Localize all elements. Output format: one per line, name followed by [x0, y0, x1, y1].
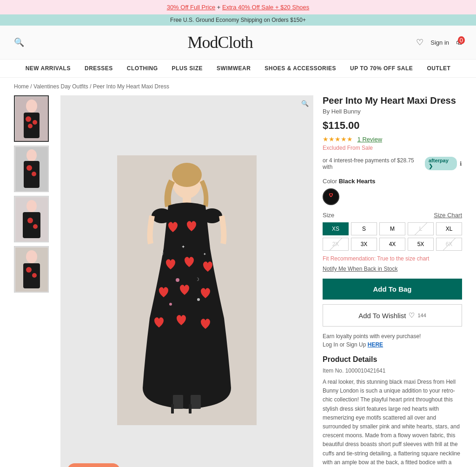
logo[interactable]: ModCloth	[188, 33, 253, 52]
size-btn-l[interactable]: L	[408, 222, 434, 235]
product-price: $115.00	[323, 120, 462, 132]
nav-item-swimwear[interactable]: SWIMWEAR	[217, 65, 251, 72]
svg-rect-37	[189, 404, 192, 414]
afterpay-badge[interactable]: afterpay ❯	[425, 157, 457, 170]
wishlist-count: 144	[417, 313, 426, 318]
thumbnail-4[interactable]	[14, 246, 49, 293]
sign-in-link[interactable]: Sign in	[430, 39, 449, 46]
svg-point-27	[176, 278, 179, 282]
color-name: Black Hearts	[339, 178, 376, 185]
header-right: ♡ Sign in 🛍 0	[416, 37, 462, 47]
product-title: Peer Into My Heart Maxi Dress	[323, 95, 462, 106]
nav-item-sale[interactable]: UP TO 70% OFF SALE	[350, 65, 413, 72]
size-header: Size Size Chart	[323, 212, 462, 219]
color-label: Color Black Hearts	[323, 178, 462, 185]
product-info: Peer Into My Heart Maxi Dress By Hell Bu…	[323, 95, 462, 467]
product-container: 🔍	[0, 95, 476, 467]
svg-point-3	[26, 116, 31, 122]
size-btn-xl[interactable]: XL	[436, 222, 462, 235]
svg-point-23	[172, 163, 202, 187]
svg-point-14	[27, 218, 33, 223]
add-to-bag-button[interactable]: Add To Bag	[323, 279, 462, 300]
svg-point-20	[32, 273, 37, 278]
item-number: Item No. 1000010421641	[323, 367, 462, 374]
main-nav: NEW ARRIVALSDRESSESCLOTHINGPLUS SIZESWIM…	[0, 60, 476, 78]
svg-text:☽: ☽	[195, 277, 199, 282]
size-chart-link[interactable]: Size Chart	[434, 212, 462, 219]
svg-point-1	[26, 100, 37, 113]
svg-rect-35	[191, 395, 201, 409]
header: 🔍 ModCloth ♡ Sign in 🛍 0	[0, 26, 476, 60]
nav-item-outlet[interactable]: OUTLET	[427, 65, 450, 72]
breadcrumb-current: Peer Into My Heart Maxi Dress	[93, 83, 169, 90]
cart-icon[interactable]: 🛍 0	[456, 39, 462, 46]
svg-point-29	[169, 303, 172, 306]
zoom-icon[interactable]: 🔍	[301, 100, 309, 107]
thumbnail-3[interactable]	[14, 196, 49, 242]
size-btn-6x[interactable]: 6X	[436, 238, 462, 251]
svg-point-12	[26, 200, 37, 212]
svg-rect-18	[23, 263, 40, 288]
cart-count: 0	[458, 36, 465, 44]
svg-point-26	[202, 208, 222, 223]
header-left: 🔍	[14, 37, 24, 47]
breadcrumb-home[interactable]: Home	[14, 83, 29, 90]
breadcrumb-valentines[interactable]: Valentines Day Outfits	[33, 83, 88, 90]
review-count[interactable]: 1 Review	[357, 136, 382, 143]
rating-row: ★★★★★ 1 Review	[323, 135, 462, 143]
similar-vibes-button[interactable]: Similar Vibes	[67, 463, 120, 467]
svg-point-5	[28, 124, 33, 128]
breadcrumb: Home / Valentines Day Outfits / Peer Int…	[0, 78, 476, 95]
loyalty-login-text: Log In or Sign Up HERE	[323, 341, 462, 348]
afterpay-info-icon[interactable]: ℹ	[460, 160, 462, 167]
svg-point-17	[26, 250, 37, 263]
svg-text:✦: ✦	[203, 252, 206, 256]
svg-point-39	[330, 194, 332, 196]
stars: ★★★★★	[323, 135, 353, 143]
add-to-wishlist-button[interactable]: Add To Wishlist ♡144	[323, 304, 462, 327]
product-details-title: Product Details	[323, 355, 462, 364]
nav-item-shoes-accessories[interactable]: SHOES & ACCESSORIES	[264, 65, 336, 72]
color-swatch-black-hearts[interactable]	[323, 188, 339, 205]
size-btn-s[interactable]: S	[351, 222, 377, 235]
size-grid: XSSMLXL2X3X4X5X6X	[323, 222, 462, 251]
svg-text:✦: ✦	[181, 244, 185, 249]
wishlist-heart-icon: ♡	[409, 311, 415, 320]
loyalty-text: Earn loyalty points with every purchase!	[323, 333, 462, 340]
nav-item-plus-size[interactable]: PLUS SIZE	[172, 65, 203, 72]
svg-point-10	[32, 172, 36, 176]
svg-point-15	[33, 224, 38, 229]
promo-link-1[interactable]: 30% Off Full Price	[167, 4, 216, 11]
svg-point-7	[26, 149, 37, 161]
svg-rect-36	[171, 404, 174, 414]
wishlist-icon[interactable]: ♡	[416, 37, 423, 47]
promo-link-2[interactable]: Extra 40% Off Sale + $20 Shoes	[222, 4, 309, 11]
excluded-sale: Excluded From Sale	[323, 145, 462, 151]
thumbnail-1[interactable]	[14, 95, 49, 142]
loyalty-link[interactable]: HERE	[368, 341, 383, 348]
product-brand: By Hell Bunny	[323, 108, 462, 115]
size-btn-xs[interactable]: XS	[323, 222, 349, 235]
shipping-bar: Free U.S. Ground Economy Shipping on Ord…	[0, 14, 476, 26]
main-product-image: 🔍	[60, 95, 313, 467]
size-btn-3x[interactable]: 3X	[351, 238, 377, 251]
svg-rect-13	[23, 212, 40, 238]
search-icon[interactable]: 🔍	[14, 37, 24, 47]
notify-back-in-stock-link[interactable]: Notify Me When Back in Stock	[323, 266, 462, 272]
nav-item-new-arrivals[interactable]: NEW ARRIVALS	[26, 65, 71, 72]
svg-rect-34	[173, 395, 183, 409]
promo-bar: 30% Off Full Price + Extra 40% Off Sale …	[0, 0, 476, 14]
size-btn-4x[interactable]: 4X	[379, 238, 405, 251]
thumbnail-2[interactable]	[14, 146, 49, 192]
svg-rect-8	[24, 161, 40, 188]
size-btn-2x[interactable]: 2X	[323, 238, 349, 251]
nav-item-clothing[interactable]: CLOTHING	[127, 65, 158, 72]
svg-point-25	[152, 208, 172, 223]
size-btn-5x[interactable]: 5X	[408, 238, 434, 251]
nav-item-dresses[interactable]: DRESSES	[85, 65, 113, 72]
svg-text:☽: ☽	[159, 250, 164, 257]
svg-point-28	[197, 298, 200, 301]
svg-point-9	[26, 165, 32, 171]
size-btn-m[interactable]: M	[379, 222, 405, 235]
afterpay-line: or 4 interest-free payments of $28.75 wi…	[323, 157, 462, 170]
